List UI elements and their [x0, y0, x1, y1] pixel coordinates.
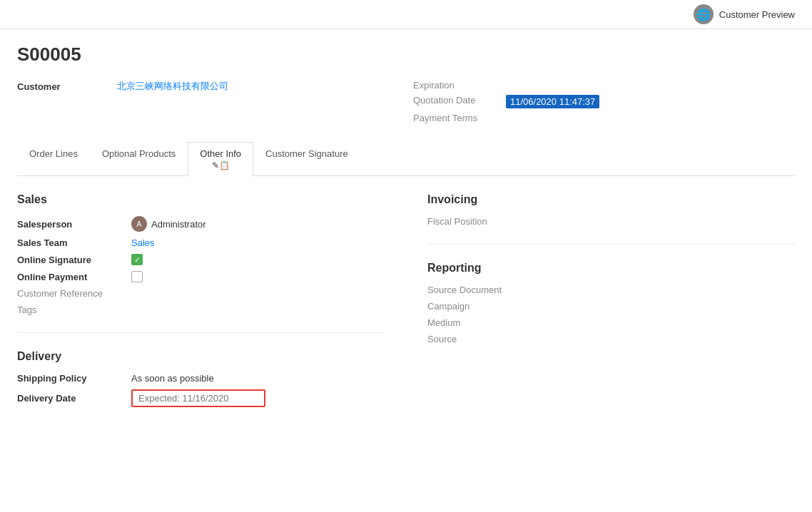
tab-other-info-label: Other Info: [200, 148, 241, 159]
invoicing-section-title: Invoicing: [427, 193, 795, 206]
sales-team-row: Sales Team Sales: [17, 237, 385, 248]
tab-optional-products-label: Optional Products: [102, 148, 176, 159]
tab-customer-signature-label: Customer Signature: [265, 148, 348, 159]
quotation-date-label: Quotation Date: [413, 95, 506, 106]
customer-row: Customer 北京三峡网络科技有限公司: [17, 80, 399, 93]
shipping-policy-row: Shipping Policy As soon as possible: [17, 373, 385, 384]
section-left: Sales Salesperson A Administrator Sales …: [17, 193, 413, 413]
medium-row: Medium: [427, 317, 795, 328]
sections-row: Sales Salesperson A Administrator Sales …: [17, 193, 795, 413]
delivery-date-row: Delivery Date: [17, 389, 385, 407]
salesperson-value: Administrator: [151, 219, 206, 230]
header-right: Expiration Quotation Date 11/06/2020 11:…: [399, 80, 795, 128]
source-document-label: Source Document: [427, 285, 542, 295]
separator-1: [17, 332, 385, 333]
shipping-policy-label: Shipping Policy: [17, 373, 131, 384]
tab-order-lines[interactable]: Order Lines: [17, 142, 90, 176]
main-content: S00005 Customer 北京三峡网络科技有限公司 Expiration …: [0, 29, 812, 427]
online-payment-row: Online Payment: [17, 271, 385, 282]
online-signature-checkbox[interactable]: ✓: [131, 254, 143, 265]
online-signature-row: Online Signature ✓: [17, 254, 385, 265]
delivery-date-label: Delivery Date: [17, 393, 131, 404]
header-left: Customer 北京三峡网络科技有限公司: [17, 80, 399, 128]
header-fields: Customer 北京三峡网络科技有限公司 Expiration Quotati…: [17, 80, 795, 128]
expiration-row: Expiration: [413, 80, 795, 91]
customer-label: Customer: [17, 80, 117, 92]
sales-team-label: Sales Team: [17, 237, 131, 248]
delivery-date-input[interactable]: [131, 389, 265, 407]
shipping-policy-value: As soon as possible: [131, 373, 214, 384]
tab-other-info[interactable]: Other Info ✎📋: [188, 142, 253, 176]
quotation-date-value: 11/06/2020 11:47:37: [506, 95, 599, 108]
customer-reference-row: Customer Reference: [17, 288, 385, 299]
fiscal-position-label: Fiscal Position: [427, 216, 542, 227]
avatar: A: [131, 216, 147, 232]
top-header: 🌐 Customer Preview: [0, 0, 812, 29]
medium-label: Medium: [427, 317, 542, 328]
source-row: Source: [427, 334, 795, 344]
quotation-date-row: Quotation Date 11/06/2020 11:47:37: [413, 95, 795, 108]
source-label: Source: [427, 334, 542, 344]
document-title: S00005: [17, 43, 795, 66]
online-payment-label: Online Payment: [17, 272, 131, 282]
tags-label: Tags: [17, 304, 131, 315]
customer-preview-label: Customer Preview: [719, 9, 795, 20]
customer-value[interactable]: 北京三峡网络科技有限公司: [117, 80, 228, 93]
tab-optional-products[interactable]: Optional Products: [90, 142, 188, 176]
sales-team-value[interactable]: Sales: [131, 237, 155, 248]
source-document-row: Source Document: [427, 285, 795, 295]
salesperson-label: Salesperson: [17, 219, 131, 230]
expiration-label: Expiration: [413, 80, 506, 91]
campaign-row: Campaign: [427, 301, 795, 312]
section-right: Invoicing Fiscal Position Reporting Sour…: [413, 193, 795, 413]
customer-reference-label: Customer Reference: [17, 288, 131, 299]
payment-terms-label: Payment Terms: [413, 113, 506, 123]
tags-row: Tags: [17, 304, 385, 315]
customer-preview-button[interactable]: 🌐 Customer Preview: [688, 1, 801, 27]
globe-icon: 🌐: [694, 4, 714, 24]
edit-icon: ✎📋: [212, 160, 230, 170]
separator-2: [427, 244, 795, 245]
online-payment-checkbox[interactable]: [131, 271, 143, 282]
online-signature-label: Online Signature: [17, 255, 131, 265]
campaign-label: Campaign: [427, 301, 542, 312]
salesperson-row: Salesperson A Administrator: [17, 216, 385, 232]
payment-terms-row: Payment Terms: [413, 113, 795, 123]
tab-customer-signature[interactable]: Customer Signature: [253, 142, 360, 176]
delivery-section-title: Delivery: [17, 350, 385, 363]
fiscal-position-row: Fiscal Position: [427, 216, 795, 227]
tab-order-lines-label: Order Lines: [29, 148, 78, 159]
tab-bar: Order Lines Optional Products Other Info…: [17, 142, 795, 176]
sales-section-title: Sales: [17, 193, 385, 206]
salesperson-value-row: A Administrator: [131, 216, 206, 232]
reporting-section-title: Reporting: [427, 262, 795, 275]
